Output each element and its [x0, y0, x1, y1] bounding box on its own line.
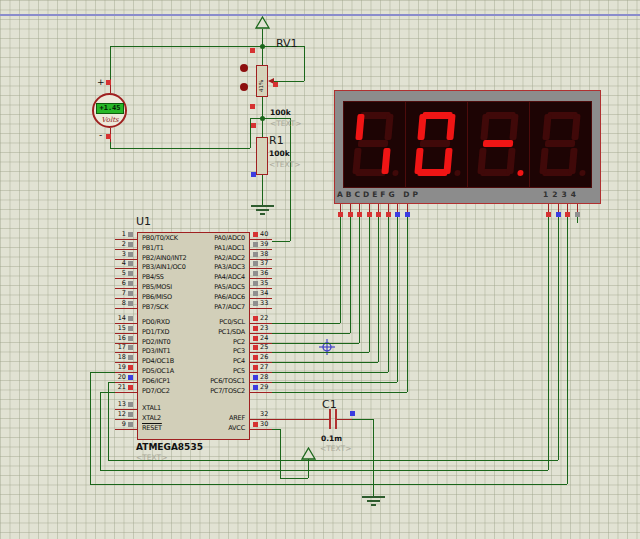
junction-dot [260, 116, 265, 121]
logic-state-indicator [128, 375, 133, 380]
pin-label: PC0/SCL [141, 319, 245, 326]
wire[interactable] [373, 419, 374, 496]
pot-decrement-button[interactable] [240, 83, 248, 91]
wire[interactable] [548, 217, 549, 470]
pin-number: 14 [108, 314, 126, 322]
wire[interactable] [359, 217, 360, 343]
logic-state-indicator [128, 232, 133, 237]
wire[interactable] [100, 392, 101, 470]
pot-ref-label[interactable]: RV1 [276, 37, 298, 50]
pin-label: PA4/ADC4 [141, 274, 245, 281]
resistor-ref-label[interactable]: R1 [269, 134, 284, 147]
wire[interactable] [369, 217, 370, 352]
wire[interactable] [337, 419, 352, 420]
wire[interactable] [352, 419, 373, 420]
resistor-text-placeholder: <TEXT> [269, 160, 300, 169]
pin-number: 6 [108, 279, 126, 287]
display-pin-stub[interactable] [340, 204, 341, 212]
segment-F [480, 114, 489, 140]
wire[interactable] [262, 175, 263, 205]
wire[interactable] [558, 217, 559, 460]
logic-state-indicator [253, 385, 258, 390]
wire[interactable] [304, 46, 305, 81]
display-pin-stub[interactable] [378, 204, 379, 212]
wire[interactable] [272, 392, 407, 393]
logic-state-indicator [128, 316, 133, 321]
display-pin-stub[interactable] [369, 204, 370, 212]
pin-number: 1 [108, 230, 126, 238]
pin-stub[interactable] [115, 429, 137, 430]
wire[interactable] [280, 429, 281, 478]
pin-number: 39 [260, 240, 278, 248]
logic-state-indicator [128, 281, 133, 286]
wire[interactable] [397, 217, 398, 382]
wire[interactable] [272, 429, 280, 430]
mcu-part-label[interactable]: ATMEGA8535 [136, 442, 203, 452]
wire[interactable] [272, 419, 329, 420]
pot-increment-button[interactable] [240, 64, 248, 72]
display-pin-stub[interactable] [558, 204, 559, 212]
wire[interactable] [272, 323, 340, 324]
logic-state-indicator [128, 365, 133, 370]
voltmeter-reading: +1.45 [96, 103, 124, 114]
mcu-ref-label[interactable]: U1 [136, 215, 151, 228]
wire[interactable] [110, 46, 263, 47]
logic-state-indicator [128, 385, 133, 390]
capacitor-value-label[interactable]: 0.1m [321, 434, 342, 443]
pin-stub[interactable] [250, 392, 272, 393]
wire[interactable] [100, 392, 115, 393]
capacitor-plate[interactable] [335, 409, 337, 429]
power-arrow-icon[interactable] [255, 16, 270, 29]
logic-state-indicator [251, 123, 256, 128]
display-pin-stub[interactable] [567, 204, 568, 212]
wire[interactable] [308, 459, 309, 478]
wire[interactable] [272, 382, 397, 383]
logic-state-indicator [253, 232, 258, 237]
wire[interactable] [272, 343, 359, 344]
pot-value-label[interactable]: 100k [270, 108, 291, 117]
wire[interactable] [567, 217, 568, 484]
potentiometer-wiper-percent: 41% [258, 70, 264, 92]
display-pin-stub[interactable] [577, 204, 578, 212]
pin-number: 29 [260, 383, 278, 391]
wire[interactable] [90, 372, 91, 484]
wire[interactable] [110, 148, 250, 149]
display-pin-stub[interactable] [407, 204, 408, 212]
wire[interactable] [378, 217, 379, 362]
logic-state-indicator [253, 242, 258, 247]
pin-stub[interactable] [115, 392, 137, 393]
capacitor-plate[interactable] [329, 409, 331, 429]
wire[interactable] [272, 372, 388, 373]
power-arrow-icon[interactable] [301, 447, 316, 460]
pin-stub[interactable] [115, 308, 137, 309]
wire[interactable] [272, 352, 369, 353]
wire[interactable] [340, 217, 341, 323]
logic-state-indicator [128, 412, 133, 417]
wire[interactable] [272, 362, 378, 363]
logic-state-indicator [253, 316, 258, 321]
pin-stub[interactable] [250, 429, 272, 430]
wire[interactable] [108, 460, 558, 461]
resistor-value-label[interactable]: 100k [269, 149, 290, 158]
logic-state-indicator [253, 365, 258, 370]
wire[interactable] [388, 217, 389, 372]
wire[interactable] [577, 217, 578, 223]
display-pin-stub[interactable] [350, 204, 351, 212]
display-pin-stub[interactable] [359, 204, 360, 212]
resistor-body[interactable] [256, 137, 268, 175]
display-pin-stub[interactable] [397, 204, 398, 212]
pin-number: 17 [108, 343, 126, 351]
display-pin-stub[interactable] [388, 204, 389, 212]
wire[interactable] [407, 217, 408, 392]
display-pin-stub[interactable] [548, 204, 549, 212]
wire[interactable] [272, 333, 350, 334]
wire[interactable] [290, 118, 291, 241]
wire[interactable] [280, 478, 308, 479]
wire[interactable] [100, 470, 548, 471]
pin-number: 8 [108, 299, 126, 307]
pin-label: AVCC [141, 425, 245, 432]
wire[interactable] [350, 217, 351, 333]
capacitor-ref-label[interactable]: C1 [322, 398, 337, 411]
wire[interactable] [90, 484, 567, 485]
pin-stub[interactable] [250, 308, 272, 309]
